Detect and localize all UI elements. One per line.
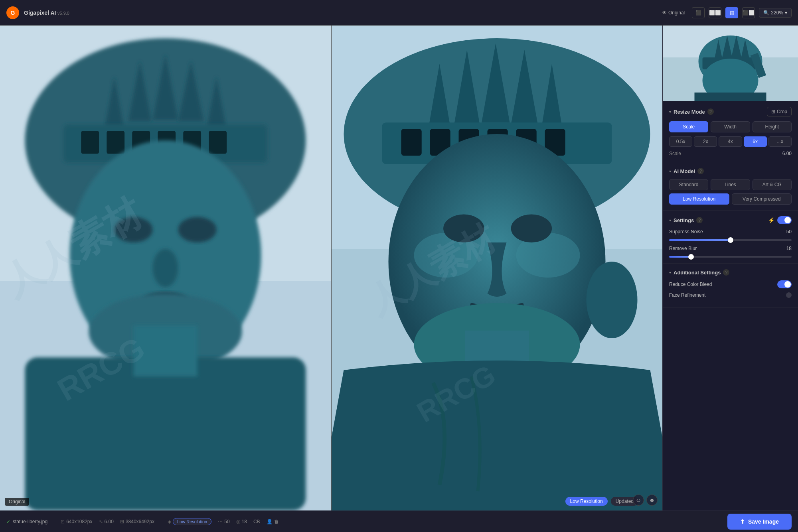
- blur-icon: ◎: [236, 519, 240, 524]
- resize-scale-btn[interactable]: Scale: [669, 121, 708, 132]
- blur-value: 18: [242, 519, 247, 524]
- ai-lowres-btn[interactable]: Low Resolution: [669, 193, 729, 205]
- scale-value-row: Scale 6.00: [669, 151, 792, 156]
- original-toggle[interactable]: 👁 Original: [659, 8, 688, 17]
- original-canvas: 人人素材 RRCG Original: [0, 26, 331, 510]
- image-area[interactable]: 人人素材 RRCG Original: [0, 26, 662, 510]
- model-icon: ◈: [168, 519, 171, 524]
- scale-4x-btn[interactable]: 4x: [719, 136, 742, 147]
- noise-icon: ⋯: [218, 519, 223, 524]
- reduce-color-bleed-knob: [784, 281, 791, 288]
- reduce-color-bleed-toggle[interactable]: [777, 280, 792, 288]
- zoom-chevron: ▾: [785, 10, 787, 16]
- ai-model-section: ▾ AI Model ? Standard Lines Art & CG Low…: [663, 162, 798, 211]
- scale-value: 6.00: [782, 151, 792, 156]
- suppress-noise-thumb[interactable]: [728, 237, 733, 243]
- ai-quality-buttons: Low Resolution Very Compressed: [669, 193, 792, 205]
- scale-custom-btn[interactable]: ...x: [768, 136, 792, 147]
- remove-blur-thumb[interactable]: [688, 254, 694, 260]
- remove-blur-fill: [669, 256, 691, 258]
- ai-lines-btn[interactable]: Lines: [711, 179, 750, 190]
- noise-chip: ⋯ 50: [218, 519, 229, 524]
- resize-width-btn[interactable]: Width: [711, 121, 750, 132]
- face-refinement-toggle[interactable]: [786, 292, 792, 298]
- face-refinement-row: Face Refinement: [669, 292, 792, 298]
- blur-chip: ◎ 18: [236, 519, 247, 524]
- filename: statue-liberty.jpg: [13, 519, 47, 524]
- ai-compressed-btn[interactable]: Very Compressed: [732, 193, 792, 205]
- scale-05x-btn[interactable]: 0.5x: [669, 136, 692, 147]
- nav-arrows: ☺ ☻: [633, 495, 658, 506]
- app-name: Gigapixel AI: [24, 10, 56, 16]
- resize-chevron-icon: ▾: [669, 110, 671, 114]
- zoom-display[interactable]: 🔍 220% ▾: [759, 8, 792, 18]
- ai-standard-btn[interactable]: Standard: [669, 179, 708, 190]
- ai-model-header[interactable]: ▾ AI Model ?: [669, 168, 792, 174]
- image-panel-left[interactable]: 人人素材 RRCG Original: [0, 26, 332, 510]
- right-panel: ▾ Resize Mode ? ⊞ Crop Scale Width Heigh…: [662, 26, 798, 510]
- next-arrow[interactable]: ☻: [646, 495, 658, 506]
- cb-chip: CB: [253, 519, 260, 524]
- scale-buttons: 0.5x 2x 4x 6x ...x: [669, 136, 792, 147]
- ai-model-help[interactable]: ?: [697, 168, 704, 174]
- output-res: 3840x6492px: [126, 519, 154, 524]
- scale-6x-btn[interactable]: 6x: [744, 136, 767, 147]
- view-single-btn[interactable]: ⬛: [692, 7, 705, 18]
- view-side-btn[interactable]: ⬜⬜: [709, 7, 721, 18]
- svg-point-46: [511, 215, 552, 242]
- lightning-icon: ⚡: [768, 217, 775, 223]
- svg-rect-36: [401, 129, 422, 156]
- crop-button[interactable]: ⊞ Crop: [767, 107, 792, 116]
- scale-label: Scale: [669, 151, 681, 156]
- resize-mode-header[interactable]: ▾ Resize Mode ? ⊞ Crop: [669, 107, 792, 116]
- settings-toggle[interactable]: [777, 216, 792, 224]
- remove-blur-label: Remove Blur: [669, 246, 780, 251]
- ai-artcg-btn[interactable]: Art & CG: [753, 179, 792, 190]
- resize-mode-section: ▾ Resize Mode ? ⊞ Crop Scale Width Heigh…: [663, 101, 798, 162]
- settings-header[interactable]: ▾ Settings ? ⚡: [669, 216, 792, 224]
- resize-mode-buttons: Scale Width Height: [669, 121, 792, 132]
- remove-blur-row: Remove Blur 18: [669, 246, 792, 251]
- original-label: Original: [5, 498, 29, 506]
- remove-blur-control: Remove Blur 18: [669, 246, 792, 258]
- input-res: 640x1082px: [66, 519, 92, 524]
- noise-value: 50: [224, 519, 229, 524]
- suppress-noise-track: [669, 239, 792, 241]
- crop-icon: ⊞: [771, 109, 775, 114]
- bottom-bar: ✓ statue-liberty.jpg ⊡ 640x1082px ⤡ 6.00…: [0, 510, 798, 532]
- reduce-color-bleed-row: Reduce Color Bleed: [669, 280, 792, 288]
- prev-arrow[interactable]: ☺: [633, 495, 644, 506]
- scale-display: 6.00: [105, 519, 114, 524]
- settings-help[interactable]: ?: [696, 217, 703, 223]
- ai-model-title: AI Model: [674, 168, 695, 174]
- resize-mode-help[interactable]: ?: [707, 108, 714, 115]
- image-panel-right[interactable]: 人人素材 RRCG Low Resolution Updated ☺ ☻: [332, 26, 662, 510]
- svg-point-49: [587, 262, 638, 338]
- topbar-controls: 👁 Original ⬛ ⬜⬜ ▧ ⬛⬜ 🔍 220% ▾: [659, 7, 792, 18]
- enhanced-canvas: 人人素材 RRCG Low Resolution Updated ☺ ☻: [332, 26, 662, 510]
- suppress-noise-control: Suppress Noise 50: [669, 229, 792, 241]
- suppress-noise-value: 50: [780, 229, 792, 234]
- resize-height-btn[interactable]: Height: [753, 121, 792, 132]
- file-info: ✓ statue-liberty.jpg: [6, 519, 47, 524]
- ai-badge-area: Low Resolution Updated: [565, 497, 638, 506]
- export-icon: ⬆: [740, 518, 745, 525]
- person-icon: 👤: [267, 519, 273, 524]
- output-icon: ⊞: [120, 519, 124, 524]
- delete-icon[interactable]: 🗑: [274, 519, 279, 524]
- check-icon: ✓: [6, 519, 10, 524]
- svg-rect-61: [695, 93, 766, 101]
- suppress-noise-slider[interactable]: [669, 239, 792, 241]
- scale-2x-btn[interactable]: 2x: [694, 136, 717, 147]
- additional-settings-help[interactable]: ?: [723, 269, 729, 276]
- remove-blur-slider[interactable]: [669, 256, 792, 258]
- preview-thumbnail: [663, 26, 798, 101]
- view-split-btn[interactable]: ▧: [725, 7, 738, 18]
- additional-settings-title: Additional Settings: [674, 270, 721, 276]
- ai-quality-badge: Low Resolution: [565, 497, 608, 506]
- topbar: G Gigapixel AI v5.9.0 👁 Original ⬛ ⬜⬜ ▧ …: [0, 0, 798, 26]
- settings-section: ▾ Settings ? ⚡ Suppress Noise 50: [663, 211, 798, 264]
- additional-settings-header[interactable]: ▾ Additional Settings ?: [669, 269, 792, 276]
- view-toggle-btn[interactable]: ⬛⬜: [742, 7, 755, 18]
- export-button[interactable]: ⬆ Save Image: [727, 514, 792, 530]
